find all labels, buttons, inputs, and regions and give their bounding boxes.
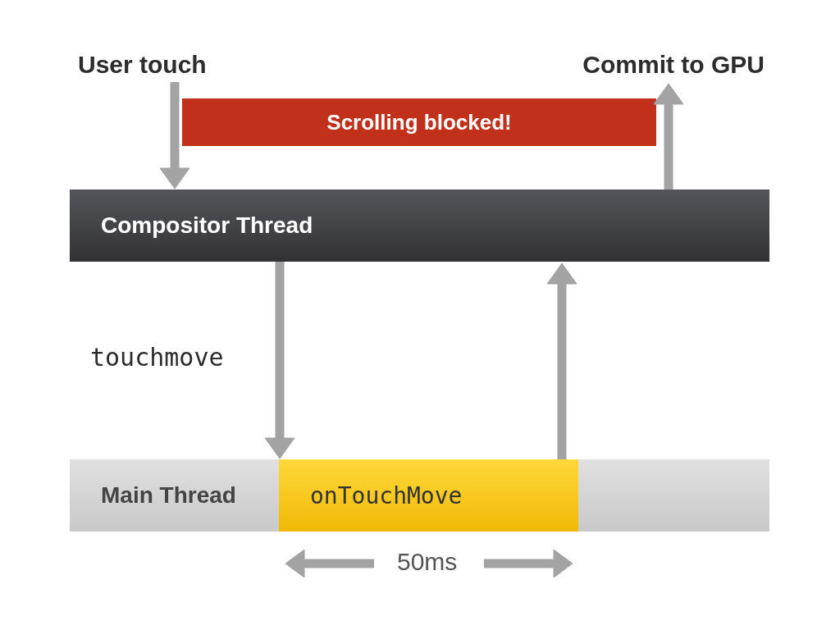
- arrow-return-up: [547, 262, 577, 460]
- arrow-touchmove-down: [265, 262, 294, 460]
- svg-marker-3: [654, 84, 683, 104]
- touchmove-label: touchmove: [90, 343, 224, 372]
- dimension-arrow-right: [484, 550, 574, 578]
- svg-marker-5: [265, 438, 294, 459]
- main-thread-label: Main Thread: [101, 482, 236, 509]
- svg-marker-7: [547, 263, 577, 284]
- svg-rect-8: [302, 559, 374, 568]
- dimension-arrow-left: [284, 550, 374, 578]
- svg-rect-10: [484, 559, 556, 568]
- arrow-commit-gpu-up: [654, 82, 683, 190]
- svg-rect-0: [171, 82, 179, 171]
- commit-gpu-label: Commit to GPU: [582, 51, 765, 79]
- scrolling-blocked-text: Scrolling blocked!: [326, 110, 511, 135]
- user-touch-label: User touch: [78, 51, 207, 79]
- compositor-thread-bar: Compositor Thread: [70, 189, 769, 262]
- svg-marker-1: [160, 168, 189, 189]
- svg-rect-4: [276, 262, 284, 441]
- svg-rect-6: [558, 281, 566, 460]
- compositor-thread-label: Compositor Thread: [101, 212, 313, 239]
- duration-label: 50ms: [397, 548, 457, 576]
- svg-rect-2: [664, 102, 673, 190]
- arrow-user-touch-down: [160, 82, 189, 190]
- ontouchmove-segment: onTouchMove: [279, 459, 578, 532]
- ontouchmove-label: onTouchMove: [310, 482, 462, 509]
- svg-marker-11: [554, 550, 573, 578]
- scrolling-blocked-banner: Scrolling blocked!: [182, 98, 656, 146]
- svg-marker-9: [285, 550, 304, 578]
- diagram-stage: User touch Commit to GPU Scrolling block…: [0, 0, 840, 630]
